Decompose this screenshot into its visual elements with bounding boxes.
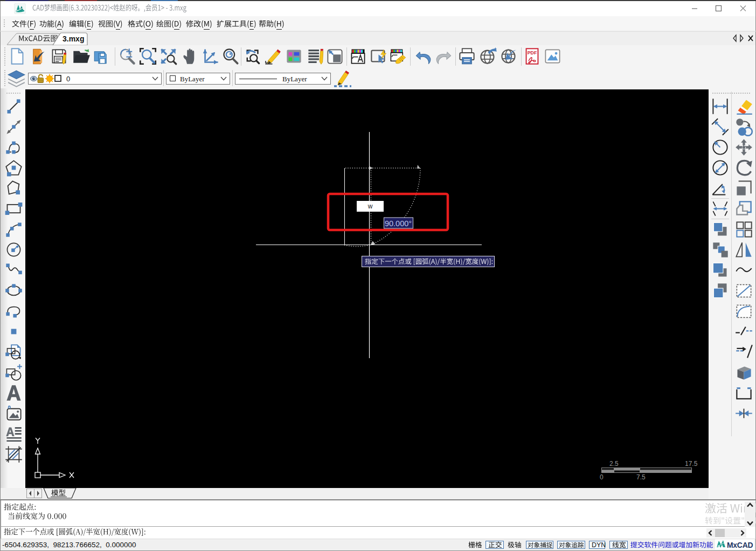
svg-text:PDF: PDF	[527, 50, 537, 55]
svg-text:w: w	[367, 203, 373, 210]
svg-text:17.5: 17.5	[685, 460, 698, 468]
svg-text:7.5: 7.5	[636, 473, 646, 481]
svg-text:90.000°: 90.000°	[385, 219, 412, 228]
svg-text:0: 0	[600, 473, 604, 481]
svg-text:2.5: 2.5	[609, 460, 619, 468]
